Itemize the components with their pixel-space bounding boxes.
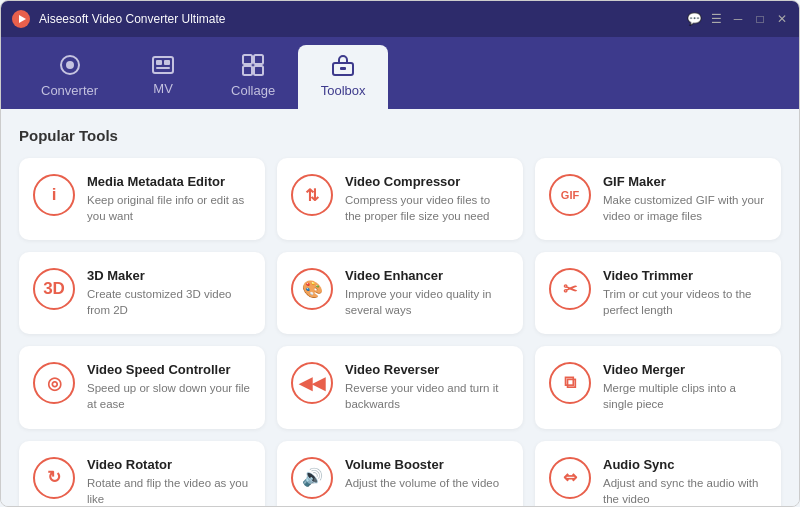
- converter-icon: [59, 54, 81, 79]
- video-enhancer-desc: Improve your video quality in several wa…: [345, 286, 509, 318]
- chat-icon[interactable]: 💬: [687, 12, 701, 26]
- tool-card-3d-maker[interactable]: 3D3D MakerCreate customized 3D video fro…: [19, 252, 265, 334]
- toolbox-icon: [331, 54, 355, 79]
- audio-sync-desc: Adjust and sync the audio with the video: [603, 475, 767, 506]
- 3d-maker-name: 3D Maker: [87, 268, 251, 283]
- video-merger-desc: Merge multiple clips into a single piece: [603, 380, 767, 412]
- svg-rect-10: [243, 66, 252, 75]
- minimize-icon[interactable]: ─: [731, 12, 745, 26]
- video-speed-controller-desc: Speed up or slow down your file at ease: [87, 380, 251, 412]
- app-title: Aiseesoft Video Converter Ultimate: [39, 12, 687, 26]
- video-reverser-desc: Reverse your video and turn it backwards: [345, 380, 509, 412]
- collage-icon: [242, 54, 264, 79]
- media-metadata-editor-desc: Keep original file info or edit as you w…: [87, 192, 251, 224]
- 3d-maker-desc: Create customized 3D video from 2D: [87, 286, 251, 318]
- video-merger-info: Video MergerMerge multiple clips into a …: [603, 362, 767, 412]
- video-rotator-name: Video Rotator: [87, 457, 251, 472]
- video-reverser-icon: ◀◀: [291, 362, 333, 404]
- 3d-maker-info: 3D MakerCreate customized 3D video from …: [87, 268, 251, 318]
- gif-maker-icon: GIF: [549, 174, 591, 216]
- gif-maker-name: GIF Maker: [603, 174, 767, 189]
- mv-label: MV: [153, 81, 173, 96]
- svg-rect-8: [243, 55, 252, 64]
- svg-rect-7: [156, 67, 170, 69]
- tab-converter[interactable]: Converter: [21, 45, 118, 109]
- gif-maker-info: GIF MakerMake customized GIF with your v…: [603, 174, 767, 224]
- video-enhancer-name: Video Enhancer: [345, 268, 509, 283]
- video-rotator-desc: Rotate and flip the video as you like: [87, 475, 251, 506]
- tool-card-video-compressor[interactable]: ⇅Video CompressorCompress your video fil…: [277, 158, 523, 240]
- volume-booster-info: Volume BoosterAdjust the volume of the v…: [345, 457, 499, 491]
- nav-tabs: Converter MV Col: [1, 37, 799, 109]
- tool-card-video-enhancer[interactable]: 🎨Video EnhancerImprove your video qualit…: [277, 252, 523, 334]
- video-compressor-name: Video Compressor: [345, 174, 509, 189]
- media-metadata-editor-name: Media Metadata Editor: [87, 174, 251, 189]
- video-enhancer-info: Video EnhancerImprove your video quality…: [345, 268, 509, 318]
- video-enhancer-icon: 🎨: [291, 268, 333, 310]
- tool-card-gif-maker[interactable]: GIFGIF MakerMake customized GIF with you…: [535, 158, 781, 240]
- tool-card-volume-booster[interactable]: 🔊Volume BoosterAdjust the volume of the …: [277, 441, 523, 506]
- svg-rect-13: [340, 67, 346, 70]
- volume-booster-name: Volume Booster: [345, 457, 499, 472]
- audio-sync-icon: ⇔: [549, 457, 591, 499]
- video-rotator-icon: ↻: [33, 457, 75, 499]
- tab-mv[interactable]: MV: [118, 45, 208, 109]
- media-metadata-editor-info: Media Metadata EditorKeep original file …: [87, 174, 251, 224]
- video-speed-controller-info: Video Speed ControllerSpeed up or slow d…: [87, 362, 251, 412]
- svg-point-3: [66, 61, 74, 69]
- maximize-icon[interactable]: □: [753, 12, 767, 26]
- video-reverser-info: Video ReverserReverse your video and tur…: [345, 362, 509, 412]
- close-icon[interactable]: ✕: [775, 12, 789, 26]
- tool-card-media-metadata-editor[interactable]: iMedia Metadata EditorKeep original file…: [19, 158, 265, 240]
- tool-card-video-merger[interactable]: ⧉Video MergerMerge multiple clips into a…: [535, 346, 781, 428]
- mv-icon: [152, 56, 174, 77]
- video-compressor-info: Video CompressorCompress your video file…: [345, 174, 509, 224]
- svg-rect-5: [156, 60, 162, 65]
- audio-sync-name: Audio Sync: [603, 457, 767, 472]
- window-controls: 💬 ☰ ─ □ ✕: [687, 12, 789, 26]
- main-content: Popular Tools iMedia Metadata EditorKeep…: [1, 109, 799, 506]
- section-title: Popular Tools: [19, 127, 781, 144]
- video-rotator-info: Video RotatorRotate and flip the video a…: [87, 457, 251, 506]
- app-logo: [11, 9, 31, 29]
- converter-label: Converter: [41, 83, 98, 98]
- video-trimmer-icon: ✂: [549, 268, 591, 310]
- volume-booster-desc: Adjust the volume of the video: [345, 475, 499, 491]
- titlebar: Aiseesoft Video Converter Ultimate 💬 ☰ ─…: [1, 1, 799, 37]
- tab-toolbox[interactable]: Toolbox: [298, 45, 388, 109]
- svg-rect-6: [164, 60, 170, 65]
- video-trimmer-name: Video Trimmer: [603, 268, 767, 283]
- collage-label: Collage: [231, 83, 275, 98]
- video-merger-icon: ⧉: [549, 362, 591, 404]
- app-window: Aiseesoft Video Converter Ultimate 💬 ☰ ─…: [0, 0, 800, 507]
- svg-rect-9: [254, 55, 263, 64]
- tools-grid: iMedia Metadata EditorKeep original file…: [19, 158, 781, 506]
- video-speed-controller-name: Video Speed Controller: [87, 362, 251, 377]
- gif-maker-desc: Make customized GIF with your video or i…: [603, 192, 767, 224]
- video-compressor-desc: Compress your video files to the proper …: [345, 192, 509, 224]
- toolbox-label: Toolbox: [321, 83, 366, 98]
- tool-card-video-speed-controller[interactable]: ◎Video Speed ControllerSpeed up or slow …: [19, 346, 265, 428]
- svg-rect-11: [254, 66, 263, 75]
- svg-rect-4: [153, 57, 173, 73]
- tool-card-video-trimmer[interactable]: ✂Video TrimmerTrim or cut your videos to…: [535, 252, 781, 334]
- video-merger-name: Video Merger: [603, 362, 767, 377]
- menu-icon[interactable]: ☰: [709, 12, 723, 26]
- video-speed-controller-icon: ◎: [33, 362, 75, 404]
- video-trimmer-desc: Trim or cut your videos to the perfect l…: [603, 286, 767, 318]
- tool-card-audio-sync[interactable]: ⇔Audio SyncAdjust and sync the audio wit…: [535, 441, 781, 506]
- video-trimmer-info: Video TrimmerTrim or cut your videos to …: [603, 268, 767, 318]
- tool-card-video-rotator[interactable]: ↻Video RotatorRotate and flip the video …: [19, 441, 265, 506]
- media-metadata-editor-icon: i: [33, 174, 75, 216]
- tab-collage[interactable]: Collage: [208, 45, 298, 109]
- volume-booster-icon: 🔊: [291, 457, 333, 499]
- video-compressor-icon: ⇅: [291, 174, 333, 216]
- tool-card-video-reverser[interactable]: ◀◀Video ReverserReverse your video and t…: [277, 346, 523, 428]
- 3d-maker-icon: 3D: [33, 268, 75, 310]
- video-reverser-name: Video Reverser: [345, 362, 509, 377]
- audio-sync-info: Audio SyncAdjust and sync the audio with…: [603, 457, 767, 506]
